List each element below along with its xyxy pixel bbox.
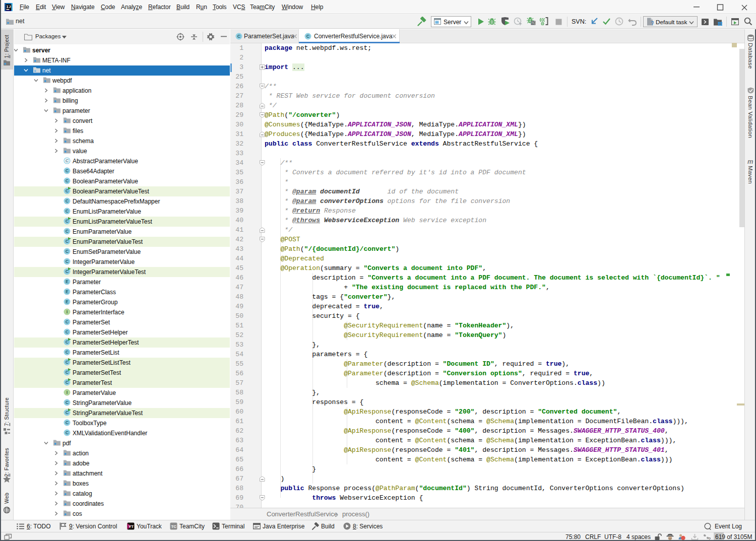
svg-text:C: C <box>66 178 69 183</box>
svg-text:C: C <box>66 329 69 334</box>
svg-text:E: E <box>66 279 69 284</box>
svg-text:YT: YT <box>129 524 134 529</box>
svg-text:C: C <box>66 319 69 324</box>
svg-text:C: C <box>66 249 69 254</box>
svg-text:TC: TC <box>531 21 536 25</box>
svg-text:C: C <box>66 198 69 204</box>
svg-text:E: E <box>66 289 69 294</box>
svg-text:?: ? <box>651 20 654 26</box>
svg-text:C: C <box>237 34 241 39</box>
svg-text:C: C <box>66 168 69 173</box>
svg-text:I: I <box>67 309 68 314</box>
svg-text:C: C <box>66 158 69 163</box>
svg-text:C: C <box>306 34 310 39</box>
svg-text:C: C <box>66 400 69 405</box>
svg-text:IJ: IJ <box>6 5 11 9</box>
svg-text:C: C <box>66 430 69 435</box>
svg-text:C: C <box>66 350 69 355</box>
svg-text:E: E <box>66 299 69 304</box>
svg-text:C: C <box>66 420 69 425</box>
svg-text:I: I <box>67 390 68 395</box>
svg-text:C: C <box>66 259 69 264</box>
svg-text:C: C <box>66 209 69 214</box>
svg-text:TC: TC <box>171 524 176 529</box>
svg-text:C: C <box>66 229 69 234</box>
